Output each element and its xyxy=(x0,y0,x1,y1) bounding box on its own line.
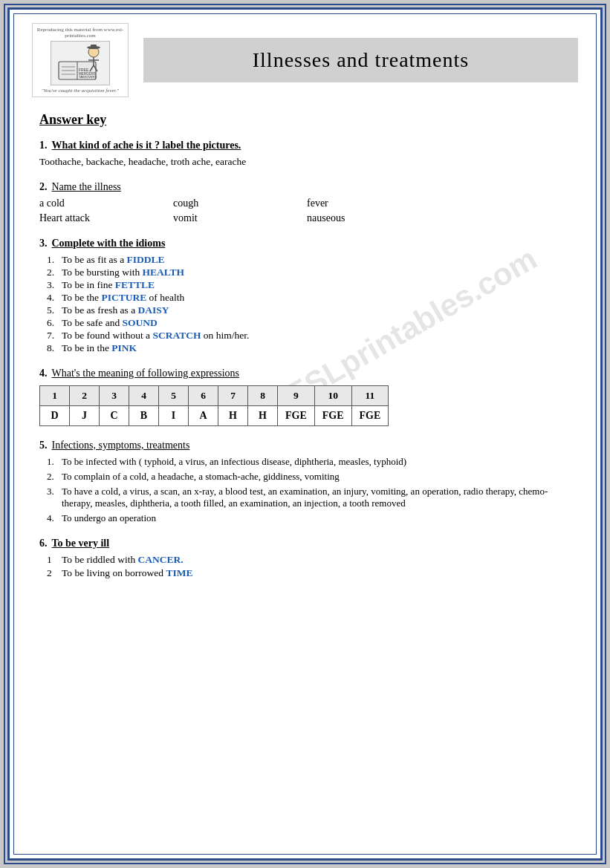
td-5: I xyxy=(159,406,189,426)
s2-num: 2. xyxy=(39,181,48,193)
illness-fever: fever xyxy=(307,198,441,209)
veryill-1-highlight: CANCER. xyxy=(138,554,184,565)
section-1: 1. What kind of ache is it ? label the p… xyxy=(39,140,571,168)
infection-2: 2. To complain of a cold, a headache, a … xyxy=(47,471,571,483)
td-2: J xyxy=(70,406,100,426)
idiom-4-highlight: PICTURE xyxy=(101,292,146,303)
section-5-title: 5. Infections, symptoms, treatments xyxy=(39,440,571,451)
section-5: 5. Infections, symptoms, treatments 1. T… xyxy=(39,440,571,524)
idiom-8: 8.To be in the PINK xyxy=(47,342,571,354)
page: Reproducing this material from www.esl-p… xyxy=(7,7,603,861)
table-header-row: 1 2 3 4 5 6 7 8 9 10 11 xyxy=(40,386,389,406)
svg-text:TAKEOVERS: TAKEOVERS xyxy=(79,75,97,79)
td-1: D xyxy=(40,406,70,426)
th-2: 2 xyxy=(70,386,100,406)
expressions-table: 1 2 3 4 5 6 7 8 9 10 11 D xyxy=(39,385,389,426)
content: Answer key 1. What kind of ache is it ? … xyxy=(32,105,578,579)
idiom-1: 1.To be as fit as a FIDDLE xyxy=(47,254,571,266)
veryill-2-highlight: TIME xyxy=(166,567,192,578)
td-11: FGE xyxy=(351,406,389,426)
infection-3: 3. To have a cold, a virus, a scan, an x… xyxy=(47,486,571,509)
logo-box: Reproducing this material from www.esl-p… xyxy=(32,23,129,97)
veryill-2: 2 To be living on borrowed TIME xyxy=(47,567,571,579)
section-3: 3. Complete with the idioms 1.To be as f… xyxy=(39,238,571,354)
veryill-list: 1 To be riddled with CANCER. 2 To be liv… xyxy=(47,554,571,579)
idiom-list: 1.To be as fit as a FIDDLE 2.To be burst… xyxy=(47,254,571,354)
th-11: 11 xyxy=(351,386,389,406)
th-6: 6 xyxy=(189,386,218,406)
idiom-5: 5.To be as fresh as a DAISY xyxy=(47,304,571,316)
section-3-title: 3. Complete with the idioms xyxy=(39,238,571,249)
td-3: C xyxy=(100,406,129,426)
th-4: 4 xyxy=(129,386,159,406)
illness-vomit: vomit xyxy=(173,212,307,224)
section-4: 4. What's the meaning of following expre… xyxy=(39,368,571,426)
td-4: B xyxy=(129,406,159,426)
idiom-4: 4.To be the PICTURE of health xyxy=(47,292,571,304)
th-1: 1 xyxy=(40,386,70,406)
section-6: 6. To be very ill 1 To be riddled with C… xyxy=(39,538,571,579)
logo-tagline: "You've caught the acquisition fever." xyxy=(42,88,120,94)
idiom-6-highlight: SOUND xyxy=(123,317,158,328)
th-9: 9 xyxy=(278,386,315,406)
logo-image: FREE MERGERS TAKEOVERS xyxy=(51,41,110,85)
page-title: Illnesses and treatments xyxy=(158,48,563,72)
idiom-5-highlight: DAISY xyxy=(138,304,169,316)
s5-label: Infections, symptoms, treatments xyxy=(52,440,190,451)
s3-num: 3. xyxy=(39,238,48,249)
td-7: H xyxy=(218,406,248,426)
illness-cough: cough xyxy=(173,198,307,209)
illness-heart-attack: Heart attack xyxy=(39,212,173,224)
s1-label: What kind of ache is it ? label the pict… xyxy=(52,140,241,151)
idiom-2-highlight: HEALTH xyxy=(143,267,185,278)
answer-key-title: Answer key xyxy=(39,112,571,128)
section-2-title: 2. Name the illness xyxy=(39,181,571,193)
s5-num: 5. xyxy=(39,440,48,451)
s4-num: 4. xyxy=(39,368,48,379)
th-10: 10 xyxy=(314,386,351,406)
header: Reproducing this material from www.esl-p… xyxy=(32,23,578,97)
s6-num: 6. xyxy=(39,538,48,549)
s4-label: What's the meaning of following expressi… xyxy=(52,368,240,379)
s1-num: 1. xyxy=(39,140,48,151)
idiom-3: 3.To be in fine FETTLE xyxy=(47,279,571,291)
veryill-1: 1 To be riddled with CANCER. xyxy=(47,554,571,566)
td-10: FGE xyxy=(314,406,351,426)
table-data-row: D J C B I A H H FGE FGE FGE xyxy=(40,406,389,426)
infections-list: 1. To be infected with ( typhoid, a viru… xyxy=(47,456,571,524)
s3-label: Complete with the idioms xyxy=(52,238,166,249)
section-1-title: 1. What kind of ache is it ? label the p… xyxy=(39,140,571,151)
illness-nauseous: nauseous xyxy=(307,212,441,224)
idiom-6: 6.To be safe and SOUND xyxy=(47,317,571,329)
illness-grid: a cold cough fever Heart attack vomit na… xyxy=(39,198,571,224)
idiom-7: 7.To be found without a SCRATCH on him/h… xyxy=(47,330,571,342)
idiom-3-highlight: FETTLE xyxy=(115,279,155,290)
th-3: 3 xyxy=(100,386,129,406)
section-6-title: 6. To be very ill xyxy=(39,538,571,549)
idiom-1-highlight: FIDDLE xyxy=(127,254,165,265)
th-7: 7 xyxy=(218,386,248,406)
infection-1: 1. To be infected with ( typhoid, a viru… xyxy=(47,456,571,468)
infection-4: 4. To undergo an operation xyxy=(47,512,571,524)
illness-a-cold: a cold xyxy=(39,198,173,209)
td-8: H xyxy=(248,406,278,426)
s1-answer: Toothache, backache, headache, troth ach… xyxy=(39,156,571,168)
logo-text-top: Reproducing this material from www.esl-p… xyxy=(36,27,125,39)
idiom-7-highlight: SCRATCH xyxy=(152,330,201,341)
section-2: 2. Name the illness a cold cough fever H… xyxy=(39,181,571,224)
idiom-2: 2.To be bursting with HEALTH xyxy=(47,267,571,278)
td-9: FGE xyxy=(278,406,315,426)
th-5: 5 xyxy=(159,386,189,406)
section-4-title: 4. What's the meaning of following expre… xyxy=(39,368,571,379)
s2-label: Name the illness xyxy=(52,181,121,193)
td-6: A xyxy=(189,406,218,426)
th-8: 8 xyxy=(248,386,278,406)
svg-rect-14 xyxy=(91,45,97,48)
idiom-8-highlight: PINK xyxy=(111,342,137,353)
title-box: Illnesses and treatments xyxy=(143,38,578,82)
s6-label: To be very ill xyxy=(52,538,110,549)
